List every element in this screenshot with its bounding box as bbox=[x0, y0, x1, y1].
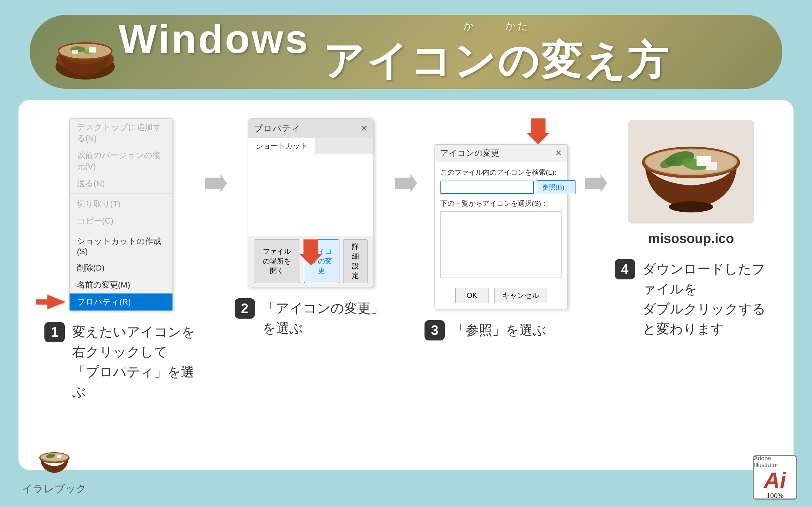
ok-button[interactable]: OK bbox=[455, 288, 489, 303]
step-2-label: 2 「アイコンの変更」を選ぶ bbox=[231, 298, 392, 338]
red-arrow-left bbox=[36, 293, 66, 311]
arrow-3 bbox=[581, 174, 611, 192]
step-1-desc: 変えたいアイコンを右クリックして「プロパティ」を選ぶ bbox=[72, 322, 198, 402]
step-4-image-wrapper: misosoup.ico bbox=[628, 120, 754, 246]
steps-row: デスクトップに追加する(N) 以前のバージョンの復元(V) 送る(N) 切り取り… bbox=[41, 118, 771, 451]
arrow-shape-3 bbox=[585, 174, 607, 192]
step-3-visual: アイコンの変更 ✕ このファイル内のアイコンを検索(L): 参照(B)... 下… bbox=[421, 118, 581, 309]
menu-item-2: 以前のバージョンの復元(V) bbox=[70, 147, 172, 175]
final-image-container: misosoup.ico bbox=[628, 120, 754, 246]
step-1-label: 1 変えたいアイコンを右クリックして「プロパティ」を選ぶ bbox=[41, 322, 201, 402]
ai-badge: Adobe Illustrator Ai 100% bbox=[753, 455, 797, 500]
dialog-titlebar-2: プロパティ ✕ bbox=[248, 119, 373, 138]
step-1: デスクトップに追加する(N) 以前のバージョンの復元(V) 送る(N) 切り取り… bbox=[41, 118, 201, 402]
menu-item-1: デスクトップに追加する(N) bbox=[70, 119, 172, 147]
step-3-desc: 「参照」を選ぶ bbox=[452, 320, 546, 340]
bottom-bowl bbox=[36, 445, 73, 478]
select-label: 下の一覧からアイコンを選択(S)： bbox=[440, 199, 562, 208]
dialog-tabs-2: ショートカット bbox=[248, 138, 373, 154]
dialog-tab-shortcut[interactable]: ショートカット bbox=[248, 138, 315, 154]
header-title: Windows か かた アイコンの変え方 bbox=[118, 15, 670, 89]
step-2-number: 2 bbox=[235, 298, 255, 319]
change-icon-titlebar: アイコンの変更 ✕ bbox=[435, 145, 567, 162]
arrow-2 bbox=[391, 174, 421, 192]
step-4-number: 4 bbox=[615, 259, 635, 279]
ai-badge-bottom-label: 100% bbox=[766, 492, 784, 500]
dialog-body-2 bbox=[248, 154, 373, 236]
large-bowl bbox=[628, 120, 754, 224]
arrow-shape-2 bbox=[395, 174, 417, 192]
context-menu: デスクトップに追加する(N) 以前のバージョンの復元(V) 送る(N) 切り取り… bbox=[69, 118, 173, 311]
ruby-kata: かた bbox=[505, 19, 530, 33]
bowl-svg-large bbox=[632, 122, 750, 222]
dialog-title-2: プロパティ bbox=[254, 122, 300, 134]
step-3: アイコンの変更 ✕ このファイル内のアイコンを検索(L): 参照(B)... 下… bbox=[421, 118, 581, 340]
step-2-dialog-wrapper: プロパティ ✕ ショートカット ファイルの場所を開く アイコンの変更 詳細設定 bbox=[248, 118, 374, 287]
svg-rect-19 bbox=[706, 162, 717, 170]
svg-point-21 bbox=[669, 201, 713, 212]
menu-item-7: 削除(D) bbox=[70, 259, 172, 276]
menu-item-3: 送る(N) bbox=[70, 175, 172, 192]
cancel-button[interactable]: キャンセル bbox=[494, 288, 547, 303]
ai-badge-letter: Ai bbox=[764, 469, 786, 491]
change-icon-dialog: アイコンの変更 ✕ このファイル内のアイコンを検索(L): 参照(B)... 下… bbox=[434, 144, 568, 309]
step-2-desc: 「アイコンの変更」を選ぶ bbox=[262, 298, 388, 338]
menu-item-properties[interactable]: プロパティ(R) bbox=[70, 293, 172, 310]
step-3-dialog-wrapper: アイコンの変更 ✕ このファイル内のアイコンを検索(L): 参照(B)... 下… bbox=[434, 118, 568, 309]
btn-open-location[interactable]: ファイルの場所を開く bbox=[254, 239, 300, 283]
svg-marker-11 bbox=[527, 118, 549, 144]
filename-label: misosoup.ico bbox=[648, 231, 734, 246]
svg-marker-10 bbox=[300, 239, 322, 265]
step-1-visual: デスクトップに追加する(N) 以前のバージョンの復元(V) 送る(N) 切り取り… bbox=[41, 118, 201, 311]
change-icon-close[interactable]: ✕ bbox=[555, 148, 562, 158]
search-input[interactable] bbox=[440, 181, 534, 194]
change-icon-title: アイコンの変更 bbox=[440, 148, 499, 159]
browse-button[interactable]: 参照(B)... bbox=[537, 180, 576, 194]
btn-advanced[interactable]: 詳細設定 bbox=[343, 239, 368, 283]
step-4: misosoup.ico 4 ダウンロードしたファイルをダブルクリックすると変わ… bbox=[611, 118, 772, 339]
svg-marker-9 bbox=[36, 295, 66, 309]
header-bowl bbox=[52, 22, 118, 81]
arrow-1 bbox=[201, 174, 231, 192]
menu-item-5: コピー(C) bbox=[70, 212, 172, 229]
menu-sep-1 bbox=[70, 194, 172, 194]
step-1-context-menu-wrapper: デスクトップに追加する(N) 以前のバージョンの復元(V) 送る(N) 切り取り… bbox=[69, 118, 173, 311]
search-label: このファイル内のアイコンを検索(L): bbox=[440, 168, 562, 177]
step-4-desc: ダウンロードしたファイルをダブルクリックすると変わります bbox=[642, 259, 768, 339]
title-kaekata: 変え方 bbox=[541, 34, 670, 89]
svg-rect-8 bbox=[72, 50, 78, 54]
top-arrow-3 bbox=[527, 118, 549, 146]
menu-item-8: 名前の変更(M) bbox=[70, 276, 172, 293]
bottom-area: イラレブック bbox=[22, 445, 87, 496]
down-arrow-2 bbox=[300, 239, 322, 267]
menu-item-6: ショットカットの作成(S) bbox=[70, 233, 172, 259]
svg-rect-26 bbox=[57, 455, 61, 458]
search-row: 参照(B)... bbox=[440, 180, 562, 194]
change-icon-body: このファイル内のアイコンを検索(L): 参照(B)... 下の一覧からアイコンを… bbox=[435, 162, 567, 288]
header-banner: Windows か かた アイコンの変え方 bbox=[30, 15, 782, 89]
step-3-number: 3 bbox=[425, 320, 445, 340]
menu-item-4: 切り取り(T) bbox=[70, 195, 172, 212]
dialog-close-2[interactable]: ✕ bbox=[360, 123, 368, 134]
title-icon: アイコンの bbox=[323, 34, 541, 89]
main-content: デスクトップに追加する(N) 以前のバージョンの復元(V) 送る(N) 切り取り… bbox=[19, 100, 793, 470]
ai-badge-top-label: Adobe Illustrator bbox=[754, 455, 796, 469]
change-icon-footer: OK キャンセル bbox=[435, 288, 567, 309]
menu-sep-2 bbox=[70, 231, 172, 231]
step-2: プロパティ ✕ ショートカット ファイルの場所を開く アイコンの変更 詳細設定 bbox=[231, 118, 392, 338]
icon-list-box bbox=[440, 211, 562, 278]
ruby-ka: か bbox=[463, 19, 476, 33]
step-3-label: 3 「参照」を選ぶ bbox=[421, 320, 581, 340]
step-4-label: 4 ダウンロードしたファイルをダブルクリックすると変わります bbox=[611, 259, 772, 339]
step-1-number: 1 bbox=[44, 322, 65, 342]
svg-rect-7 bbox=[89, 47, 96, 53]
step-2-visual: プロパティ ✕ ショートカット ファイルの場所を開く アイコンの変更 詳細設定 bbox=[231, 118, 392, 287]
title-windows: Windows bbox=[118, 16, 323, 61]
step-4-visual: misosoup.ico bbox=[611, 118, 772, 248]
arrow-shape-1 bbox=[205, 174, 227, 192]
bottom-label: イラレブック bbox=[22, 482, 87, 496]
